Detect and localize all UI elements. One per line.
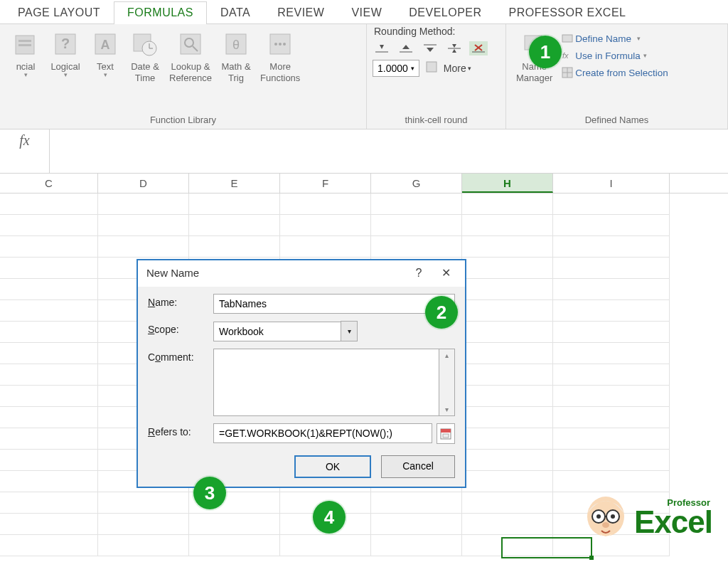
col-head-i[interactable]: I <box>553 174 670 193</box>
fx-button[interactable]: fx <box>0 129 50 173</box>
col-head-d[interactable]: D <box>98 174 189 193</box>
svg-text:fx: fx <box>562 51 569 60</box>
fx-icon: fx <box>19 132 29 149</box>
lookup-icon <box>175 28 206 60</box>
dialog-help-button[interactable]: ? <box>405 267 432 280</box>
reference-label: Reference <box>169 73 212 84</box>
svg-marker-27 <box>452 44 456 48</box>
annotation-badge-1: 1 <box>529 36 562 68</box>
annotation-badge-4: 4 <box>313 501 346 534</box>
use-in-formula-icon: fx <box>561 49 574 62</box>
financial-button[interactable]: ncial ▾ <box>6 27 46 112</box>
financial-icon <box>10 28 41 60</box>
col-head-f[interactable]: F <box>280 174 371 193</box>
define-name-icon <box>561 32 574 45</box>
math-trig-button[interactable]: θ Math & Trig <box>216 27 256 112</box>
scope-label: Scope: <box>148 321 213 335</box>
create-from-selection-button[interactable]: Create from Selection <box>560 64 670 81</box>
svg-rect-1 <box>18 40 31 42</box>
text-button[interactable]: A Text ▾ <box>85 27 125 112</box>
scroll-down-icon: ▾ <box>445 405 449 413</box>
rounding-precision[interactable]: 1.0000▾ <box>373 60 419 77</box>
comment-label: Comment: <box>148 349 213 363</box>
think-cell-round-label: think-cell round <box>373 112 500 129</box>
more-label: More <box>269 61 291 73</box>
professor-excel-logo: Professor Excel <box>583 492 712 544</box>
round-apply-icon[interactable] <box>425 60 438 76</box>
svg-point-47 <box>611 514 615 519</box>
round-opt-1[interactable] <box>373 41 391 55</box>
cancel-button[interactable]: Cancel <box>381 455 455 478</box>
comment-scrollbar[interactable]: ▴▾ <box>439 349 455 416</box>
new-name-dialog: New Name ? ✕ Name: Scope: ▾ Comment: ▴▾ … <box>136 259 466 488</box>
svg-rect-41 <box>441 429 451 433</box>
svg-rect-42 <box>443 434 449 438</box>
create-from-selection-label: Create from Selection <box>575 68 668 78</box>
use-in-formula-label: Use in Formula <box>575 51 641 61</box>
lookup-reference-button[interactable]: Lookup & Reference <box>165 27 216 112</box>
svg-text:?: ? <box>61 36 70 51</box>
col-head-g[interactable]: G <box>371 174 462 193</box>
column-headers: C D E F G H I <box>0 174 728 193</box>
group-function-library: ncial ▾ ? Logical ▾ A Text ▾ Date & Time… <box>0 24 367 129</box>
scope-select[interactable] <box>213 322 341 341</box>
rounding-icon-row <box>373 40 500 60</box>
tab-developer[interactable]: DEVELOPER <box>395 1 495 23</box>
ribbon-body: ncial ▾ ? Logical ▾ A Text ▾ Date & Time… <box>0 24 728 129</box>
more-icon <box>264 28 296 60</box>
svg-point-17 <box>274 43 277 46</box>
tab-formulas[interactable]: FORMULAS <box>114 1 207 24</box>
col-head-h[interactable]: H <box>462 174 553 193</box>
refers-to-input[interactable] <box>213 423 432 443</box>
formula-bar: fx <box>0 129 728 174</box>
tab-view[interactable]: VIEW <box>338 1 395 23</box>
dialog-title: New Name <box>146 267 405 279</box>
logical-icon: ? <box>50 28 81 60</box>
svg-marker-28 <box>452 49 456 53</box>
tab-review[interactable]: REVIEW <box>264 1 338 23</box>
annotation-badge-2: 2 <box>425 296 458 329</box>
formula-input[interactable] <box>50 129 728 135</box>
tab-data[interactable]: DATA <box>207 1 264 23</box>
define-name-label: Define Name <box>575 33 631 44</box>
tab-page-layout[interactable]: PAGE LAYOUT <box>4 1 114 23</box>
ribbon-tabs: PAGE LAYOUT FORMULAS DATA REVIEW VIEW DE… <box>0 0 728 24</box>
date-time-button[interactable]: Date & Time <box>125 27 165 112</box>
svg-point-49 <box>602 522 609 528</box>
round-opt-2[interactable] <box>397 41 415 55</box>
dropdown-icon: ▾ <box>64 71 68 79</box>
dropdown-icon: ▾ <box>24 71 28 79</box>
name-manager-label2: Manager <box>516 73 552 84</box>
annotation-badge-3: 3 <box>193 477 226 509</box>
svg-marker-23 <box>402 45 410 49</box>
tab-professor-excel[interactable]: PROFESSOR EXCEL <box>496 1 640 23</box>
define-name-button[interactable]: Define Name ▾ <box>560 30 670 47</box>
more-functions-button[interactable]: More Functions <box>256 27 304 112</box>
scope-dropdown-button[interactable]: ▾ <box>341 321 358 341</box>
ok-button[interactable]: OK <box>294 455 371 478</box>
col-head-c[interactable]: C <box>0 174 98 193</box>
col-head-e[interactable]: E <box>189 174 280 193</box>
round-opt-3[interactable] <box>421 41 439 55</box>
rounding-value: 1.0000 <box>378 63 408 74</box>
use-in-formula-button[interactable]: fx Use in Formula ▾ <box>560 47 670 64</box>
logical-button[interactable]: ? Logical ▾ <box>46 27 85 112</box>
scroll-up-icon: ▴ <box>445 351 449 359</box>
round-more-button[interactable]: More▾ <box>444 63 471 74</box>
logo-big-text: Excel <box>634 507 712 537</box>
round-opt-4[interactable] <box>445 41 464 55</box>
name-input[interactable] <box>213 294 455 314</box>
svg-text:A: A <box>101 38 110 52</box>
svg-marker-21 <box>380 45 384 49</box>
comment-input[interactable] <box>213 349 439 416</box>
refers-to-picker[interactable] <box>437 423 455 444</box>
refers-to-label: Refers to: <box>148 423 213 438</box>
selected-cell[interactable] <box>501 537 592 558</box>
dialog-titlebar: New Name ? ✕ <box>138 260 465 287</box>
math-label: Math & <box>221 61 250 73</box>
rounding-method-label: Rounding Method: <box>373 24 500 40</box>
svg-rect-35 <box>562 35 572 42</box>
svg-text:θ: θ <box>232 38 240 52</box>
round-opt-none[interactable] <box>469 41 488 55</box>
dialog-close-button[interactable]: ✕ <box>432 266 459 280</box>
